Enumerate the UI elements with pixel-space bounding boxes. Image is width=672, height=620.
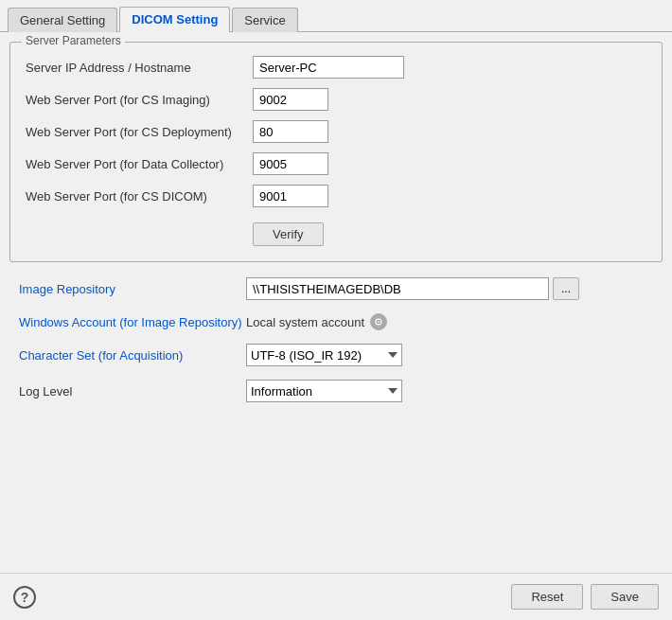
- port-dicom-input[interactable]: [253, 185, 328, 207]
- settings-section: Image Repository ... Windows Account (fo…: [9, 277, 663, 402]
- port-collector-row: Web Server Port (for Data Collector): [26, 152, 646, 175]
- gear-icon[interactable]: ⚙: [370, 313, 387, 330]
- port-collector-label: Web Server Port (for Data Collector): [26, 157, 253, 171]
- server-parameters-group: Server Parameters Server IP Address / Ho…: [9, 42, 663, 262]
- content-area: Server Parameters Server IP Address / Ho…: [0, 32, 672, 573]
- reset-button[interactable]: Reset: [511, 584, 583, 610]
- log-level-select[interactable]: Information Debug Warning Error Critical: [246, 380, 402, 402]
- tab-dicom[interactable]: DICOM Setting: [119, 7, 230, 32]
- help-icon[interactable]: ?: [13, 586, 36, 609]
- verify-button[interactable]: Verify: [253, 222, 324, 246]
- log-level-label: Log Level: [19, 384, 246, 399]
- bottom-bar: ? Reset Save: [0, 573, 672, 620]
- windows-account-text: Local system account: [246, 315, 364, 329]
- windows-account-value: Local system account ⚙: [246, 313, 387, 330]
- hostname-label: Server IP Address / Hostname: [26, 61, 253, 75]
- port-deployment-row: Web Server Port (for CS Deployment): [26, 120, 646, 143]
- browse-button[interactable]: ...: [553, 277, 579, 300]
- character-set-row: Character Set (for Acquisition) UTF-8 (I…: [19, 344, 653, 366]
- port-imaging-input[interactable]: [253, 88, 328, 111]
- image-repository-input[interactable]: [246, 277, 549, 300]
- bottom-buttons: Reset Save: [511, 584, 659, 610]
- image-repository-label: Image Repository: [19, 282, 246, 296]
- port-deployment-label: Web Server Port (for CS Deployment): [26, 125, 253, 139]
- log-level-dropdown-container: Information Debug Warning Error Critical: [246, 380, 402, 402]
- tab-bar: General Setting DICOM Setting Service: [0, 0, 672, 32]
- character-set-label: Character Set (for Acquisition): [19, 348, 246, 363]
- save-button[interactable]: Save: [591, 584, 659, 610]
- hostname-row: Server IP Address / Hostname: [26, 56, 646, 79]
- port-dicom-label: Web Server Port (for CS DICOM): [26, 189, 253, 204]
- character-set-dropdown-container: UTF-8 (ISO_IR 192) ISO-8859-1 (ISO_IR 10…: [246, 344, 402, 366]
- log-level-row: Log Level Information Debug Warning Erro…: [19, 380, 653, 402]
- port-dicom-row: Web Server Port (for CS DICOM): [26, 185, 646, 207]
- windows-account-row: Windows Account (for Image Repository) L…: [19, 313, 653, 330]
- port-imaging-label: Web Server Port (for CS Imaging): [26, 93, 253, 107]
- image-repository-row: Image Repository ...: [19, 277, 653, 300]
- port-collector-input[interactable]: [253, 152, 328, 175]
- tab-service[interactable]: Service: [232, 8, 297, 32]
- hostname-input[interactable]: [253, 56, 404, 79]
- port-deployment-input[interactable]: [253, 120, 328, 143]
- image-repository-path-container: ...: [246, 277, 579, 300]
- port-imaging-row: Web Server Port (for CS Imaging): [26, 88, 646, 111]
- windows-account-label: Windows Account (for Image Repository): [19, 315, 246, 329]
- main-container: General Setting DICOM Setting Service Se…: [0, 0, 672, 620]
- tab-general[interactable]: General Setting: [8, 8, 117, 32]
- group-legend: Server Parameters: [22, 34, 125, 47]
- character-set-select[interactable]: UTF-8 (ISO_IR 192) ISO-8859-1 (ISO_IR 10…: [246, 344, 402, 366]
